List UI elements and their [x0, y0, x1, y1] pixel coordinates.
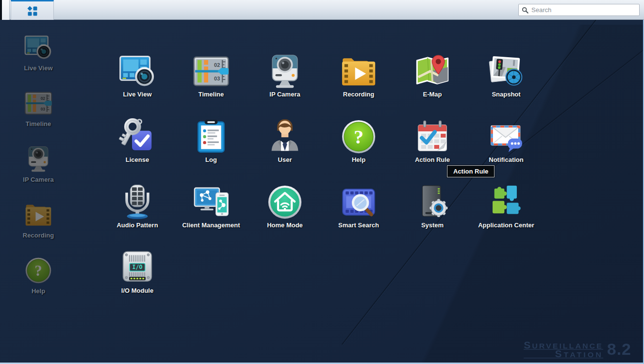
- live-view-icon: [118, 52, 156, 90]
- app-home-mode[interactable]: Home Mode: [248, 183, 322, 249]
- shortcut-label: Live View: [24, 64, 52, 72]
- user-icon: [266, 118, 304, 156]
- tooltip: Action Rule: [447, 165, 495, 177]
- app-user[interactable]: User: [248, 118, 322, 183]
- app-ip-camera[interactable]: IP Camera: [248, 52, 322, 118]
- help-icon: [24, 256, 53, 285]
- io-module-icon: [118, 249, 156, 286]
- snapshot-icon: [487, 52, 525, 90]
- app-timeline[interactable]: Timeline: [174, 52, 248, 118]
- brand-text: Surveillance Station: [524, 341, 603, 359]
- shortcut-live-view[interactable]: Live View: [15, 33, 62, 89]
- shortcut-label: Help: [32, 287, 45, 295]
- shortcut-ip-camera[interactable]: IP Camera: [15, 144, 62, 200]
- action-rule-icon: [413, 118, 451, 156]
- audio-pattern-icon: [118, 183, 156, 221]
- home-mode-icon: [266, 183, 304, 221]
- app-log[interactable]: Log: [174, 118, 248, 183]
- shortcut-help[interactable]: Help: [15, 256, 62, 312]
- app-smart-search[interactable]: Smart Search: [322, 183, 396, 249]
- app-label: E-Map: [423, 91, 442, 98]
- app-label: Client Management: [182, 222, 240, 229]
- client-management-icon: [192, 183, 230, 221]
- app-grid-icon: [27, 6, 37, 16]
- app-e-map[interactable]: E-Map: [396, 52, 469, 118]
- app-label: Help: [352, 156, 365, 163]
- live-view-icon: [24, 33, 53, 62]
- system-icon: [413, 183, 451, 221]
- smart-search-icon: [340, 183, 378, 221]
- ip-camera-icon: [266, 52, 304, 90]
- app-label: Action Rule: [415, 156, 450, 163]
- app-label: Audio Pattern: [116, 222, 158, 229]
- app-help[interactable]: Help: [322, 118, 396, 183]
- app-label: Log: [205, 156, 217, 163]
- app-label: Smart Search: [338, 222, 379, 229]
- recording-icon: [340, 52, 378, 90]
- app-license[interactable]: License: [100, 118, 174, 183]
- app-label: Home Mode: [267, 222, 303, 229]
- app-label: Recording: [343, 91, 374, 98]
- app-label: System: [421, 222, 444, 229]
- app-label: Application Center: [478, 222, 534, 229]
- timeline-icon: [24, 89, 53, 118]
- app-snapshot[interactable]: Snapshot: [469, 52, 543, 118]
- app-label: Timeline: [198, 91, 224, 98]
- brand-line2: Station: [524, 350, 603, 358]
- app-label: Notification: [489, 156, 524, 163]
- timeline-icon: [192, 52, 230, 90]
- app-label: I/O Module: [121, 287, 153, 294]
- app-label: Snapshot: [492, 91, 520, 98]
- shortcut-label: IP Camera: [23, 176, 53, 183]
- app-client-management[interactable]: Client Management: [174, 183, 248, 249]
- app-label: IP Camera: [269, 91, 300, 98]
- shortcut-timeline[interactable]: Timeline: [15, 89, 62, 144]
- app-label: Live View: [123, 91, 151, 98]
- search-box[interactable]: [518, 4, 640, 16]
- e-map-icon: [413, 52, 451, 90]
- tooltip-text: Action Rule: [453, 168, 488, 175]
- app-launcher-grid: Live View Timeline IP Camera Recording E…: [100, 52, 543, 314]
- shortcut-label: Recording: [23, 232, 54, 239]
- surveillance-station-logo: Surveillance Station 8.2: [524, 340, 631, 359]
- search-input[interactable]: [528, 6, 636, 14]
- main-menu-tab[interactable]: [11, 0, 54, 20]
- top-bar: [0, 0, 644, 20]
- shortcut-recording[interactable]: Recording: [15, 200, 62, 256]
- app-live-view[interactable]: Live View: [100, 52, 174, 118]
- license-icon: [118, 118, 156, 156]
- app-application-center[interactable]: Application Center: [469, 183, 543, 249]
- version-number: 8.2: [607, 341, 631, 359]
- search-icon: [522, 7, 528, 14]
- ip-camera-icon: [24, 144, 53, 174]
- application-center-icon: [487, 183, 525, 221]
- desktop-shortcuts: Live View Timeline IP Camera Recording H…: [15, 33, 62, 312]
- notification-icon: [487, 118, 525, 156]
- app-audio-pattern[interactable]: Audio Pattern: [100, 183, 174, 249]
- app-label: License: [126, 156, 149, 163]
- shortcut-label: Timeline: [26, 120, 51, 127]
- log-icon: [192, 118, 230, 156]
- desktop: Live View Timeline IP Camera Recording H…: [0, 20, 644, 364]
- app-recording[interactable]: Recording: [322, 52, 396, 118]
- app-label: User: [278, 156, 292, 163]
- recording-icon: [24, 200, 53, 229]
- app-system[interactable]: System: [396, 183, 469, 249]
- app-io-module[interactable]: I/O Module: [100, 249, 174, 314]
- help-icon: [340, 118, 378, 156]
- topbar-left-panel: [2, 0, 10, 20]
